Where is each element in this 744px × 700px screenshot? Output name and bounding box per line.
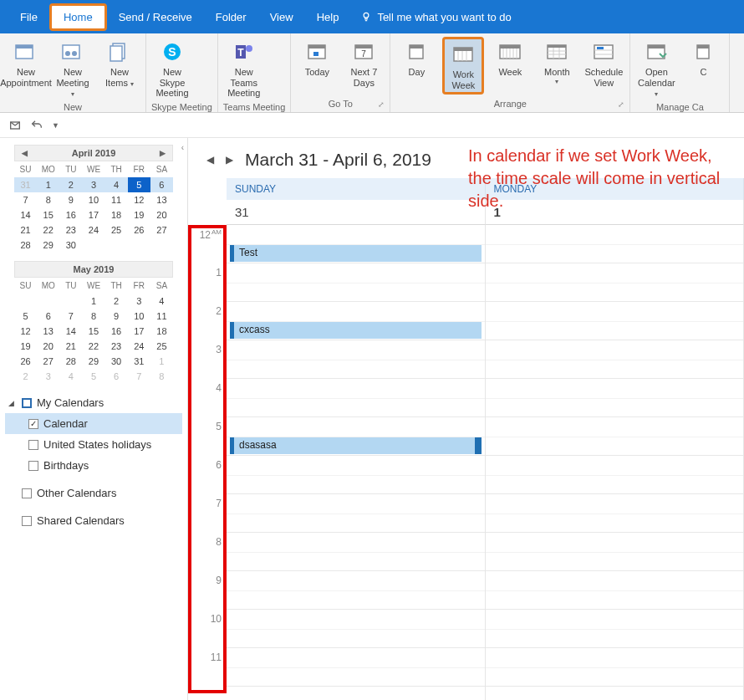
time-slot[interactable] — [486, 494, 744, 533]
time-slot[interactable] — [486, 610, 744, 648]
calendar-day[interactable]: 3 — [37, 369, 59, 384]
new-skype-meeting-button[interactable]: SNew SkypeMeeting — [151, 37, 193, 100]
calendar-day[interactable]: 1 — [150, 354, 173, 369]
time-slot[interactable] — [486, 417, 744, 456]
calendar-day[interactable]: 4 — [59, 369, 82, 384]
time-slot[interactable] — [486, 533, 744, 571]
calendar-day[interactable]: 25 — [105, 222, 128, 238]
calendar-day[interactable]: 25 — [150, 339, 173, 354]
checkbox-icon[interactable] — [28, 440, 38, 450]
calendar-day[interactable]: 6 — [37, 309, 59, 324]
calendar-day[interactable]: 14 — [14, 207, 37, 222]
time-slot[interactable] — [486, 340, 744, 379]
new-teams-meeting-button[interactable]: TNew TeamsMeeting — [223, 37, 265, 100]
calendar-day[interactable]: 2 — [105, 294, 128, 309]
next-month-button[interactable]: ▶ — [156, 147, 169, 159]
undo-icon[interactable] — [30, 119, 43, 132]
calendar-day[interactable]: 1 — [37, 177, 59, 192]
new-meeting-button[interactable]: NewMeeting ▾ — [52, 37, 94, 100]
tab-file[interactable]: File — [8, 3, 49, 32]
calendar-event[interactable]: dsasasa — [230, 437, 482, 454]
calendar-day[interactable]: 19 — [14, 339, 37, 354]
calendar-day[interactable]: 28 — [59, 354, 82, 369]
day-date-monday[interactable]: 1 — [486, 200, 745, 225]
calendar-day[interactable]: 7 — [128, 369, 150, 384]
calendar-day[interactable]: 6 — [105, 369, 128, 384]
calendar-day[interactable]: 5 — [82, 369, 104, 384]
day-column[interactable] — [486, 225, 745, 700]
calendar-day[interactable]: 17 — [128, 324, 150, 339]
calendar-day[interactable]: 31 — [128, 354, 150, 369]
calendar-day[interactable]: 9 — [59, 192, 82, 207]
calendar-day[interactable]: 29 — [37, 238, 59, 253]
time-slot[interactable] — [486, 456, 744, 494]
calendar-day[interactable]: 28 — [14, 238, 37, 253]
calendar-day[interactable]: 22 — [82, 339, 104, 354]
day-date-sunday[interactable]: 31 — [227, 200, 486, 225]
calendar-day[interactable]: 11 — [150, 309, 173, 324]
time-slot[interactable] — [486, 648, 744, 687]
day-view-button[interactable]: Day — [395, 37, 437, 79]
tree-shared-calendars[interactable]: Shared Calendars — [5, 510, 182, 531]
calendar-day[interactable]: 27 — [37, 354, 59, 369]
day-column[interactable]: Testcxcassdsasasa — [227, 225, 486, 700]
calendar-day[interactable]: 23 — [105, 339, 128, 354]
calendar-day[interactable]: 19 — [128, 207, 150, 222]
calendar-day[interactable]: 22 — [37, 222, 59, 238]
time-slot[interactable] — [227, 456, 485, 494]
calendar-day[interactable]: 8 — [37, 192, 59, 207]
week-view-button[interactable]: Week — [489, 37, 531, 79]
calendar-event[interactable]: cxcass — [230, 322, 482, 339]
calendar-day[interactable]: 5 — [14, 309, 37, 324]
calendar-day[interactable]: 12 — [14, 324, 37, 339]
calendar-day[interactable]: 9 — [105, 309, 128, 324]
calendar-day[interactable]: 26 — [128, 222, 150, 238]
new-items-button[interactable]: NewItems ▾ — [99, 37, 140, 89]
calendar-day[interactable]: 4 — [105, 177, 128, 192]
calendar-day[interactable]: 6 — [150, 177, 173, 192]
tab-help[interactable]: Help — [305, 3, 351, 32]
time-slot[interactable] — [486, 302, 744, 340]
time-slot[interactable] — [486, 263, 744, 302]
calendar-day[interactable]: 7 — [14, 192, 37, 207]
calendar-day[interactable]: 18 — [150, 324, 173, 339]
tab-home[interactable]: Home — [49, 3, 107, 31]
calendar-day[interactable]: 3 — [82, 177, 104, 192]
tab-folder[interactable]: Folder — [204, 3, 258, 32]
calendar-day[interactable]: 2 — [14, 369, 37, 384]
calendar-day[interactable]: 24 — [82, 222, 104, 238]
calendar-day[interactable]: 21 — [59, 339, 82, 354]
time-slot[interactable] — [227, 379, 485, 417]
calendar-day[interactable]: 29 — [82, 354, 104, 369]
calendar-day[interactable]: 18 — [105, 207, 128, 222]
calendar-day[interactable]: 7 — [59, 309, 82, 324]
next7days-button[interactable]: 7Next 7Days — [343, 37, 385, 89]
time-slot[interactable] — [227, 533, 485, 571]
customize-qat-icon[interactable]: ▼ — [52, 121, 59, 130]
calendar-day[interactable]: 14 — [59, 324, 82, 339]
calendar-day[interactable]: 27 — [150, 222, 173, 238]
tab-view[interactable]: View — [258, 3, 305, 32]
checkbox-icon[interactable] — [28, 461, 38, 471]
calendar-day[interactable]: 5 — [128, 177, 150, 192]
checkbox-icon[interactable] — [22, 516, 32, 526]
calendar-day[interactable]: 24 — [128, 339, 150, 354]
time-slot[interactable] — [227, 494, 485, 533]
time-slot[interactable] — [227, 610, 485, 648]
calendar-day[interactable]: 23 — [59, 222, 82, 238]
calendar-day[interactable]: 10 — [128, 309, 150, 324]
time-slot[interactable] — [227, 648, 485, 687]
calendar-day[interactable]: 31 — [14, 177, 37, 192]
calendar-day[interactable]: 30 — [105, 354, 128, 369]
calendar-day[interactable]: 11 — [105, 192, 128, 207]
day-header-monday[interactable]: MONDAY — [486, 178, 745, 200]
tree-my-calendars[interactable]: ◢ My Calendars — [5, 392, 182, 413]
next-week-button[interactable]: ▶ — [226, 154, 233, 166]
tree-other-calendars[interactable]: Other Calendars — [5, 483, 182, 503]
prev-week-button[interactable]: ◀ — [206, 154, 214, 166]
tree-birthdays[interactable]: Birthdays — [5, 455, 182, 476]
dialog-launcher-icon[interactable]: ⤢ — [378, 100, 385, 109]
time-slot[interactable] — [227, 340, 485, 379]
time-slot[interactable] — [227, 263, 485, 302]
calendar-groups-cut-button[interactable]: C — [682, 37, 724, 79]
